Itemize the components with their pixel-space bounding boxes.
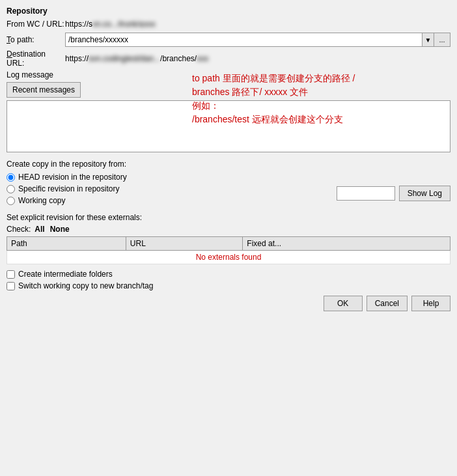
- switch-working-copy-label: Switch working copy to new branch/tag: [18, 281, 153, 290]
- create-intermediate-row: Create intermediate folders: [7, 270, 450, 279]
- revision-row: HEAD revision in the repository Specific…: [7, 173, 450, 208]
- log-message-section: Log message Recent messages: [7, 70, 450, 154]
- all-link[interactable]: All: [35, 225, 44, 234]
- externals-table: Path URL Fixed at... No externals found: [7, 236, 450, 264]
- externals-label: Set explicit revision for these external…: [7, 213, 450, 222]
- externals-section: Set explicit revision for these external…: [7, 213, 450, 264]
- repository-section-label: Repository: [7, 7, 450, 16]
- to-path-browse-button[interactable]: ...: [434, 33, 450, 47]
- check-label: Check:: [7, 225, 31, 234]
- check-row: Check: All None: [7, 225, 450, 234]
- head-revision-radio[interactable]: [7, 173, 15, 182]
- cancel-button[interactable]: Cancel: [367, 296, 408, 311]
- specific-revision-label: Specific revision in repository: [18, 184, 119, 193]
- url-header: URL: [126, 237, 243, 251]
- bottom-checkboxes: Create intermediate folders Switch worki…: [7, 270, 450, 290]
- switch-working-copy-row: Switch working copy to new branch/tag: [7, 281, 450, 290]
- to-path-label: To path:: [7, 35, 65, 44]
- to-path-input[interactable]: [65, 33, 422, 47]
- switch-working-copy-checkbox[interactable]: [7, 282, 15, 290]
- destination-url-row: Destination URL: https://svn.codingtest/…: [7, 49, 450, 68]
- to-path-combo: ▼ ...: [65, 33, 450, 47]
- branch-tag-dialog: Repository From WC / URL: https://svn.co…: [0, 0, 457, 476]
- fixed-at-header: Fixed at...: [243, 237, 450, 251]
- path-header: Path: [7, 237, 126, 251]
- ok-button[interactable]: OK: [324, 296, 363, 311]
- working-copy-radio[interactable]: [7, 197, 15, 205]
- create-copy-title: Create copy in the repository from:: [7, 160, 450, 169]
- log-message-label: Log message: [7, 70, 450, 79]
- no-externals-message: No externals found: [7, 251, 450, 264]
- radio-group: HEAD revision in the repository Specific…: [7, 173, 337, 208]
- externals-header-row: Path URL Fixed at...: [7, 237, 450, 251]
- revision-right-area: Show Log: [337, 186, 450, 201]
- to-path-row: To path: ▼ ...: [7, 33, 450, 47]
- from-wc-row: From WC / URL: https://svn.co.../trunk/a…: [7, 18, 450, 30]
- create-copy-section: Create copy in the repository from: HEAD…: [7, 160, 450, 208]
- none-link[interactable]: None: [50, 225, 70, 234]
- log-message-textarea[interactable]: [7, 100, 450, 152]
- head-revision-label: HEAD revision in the repository: [18, 173, 127, 182]
- no-externals-row: No externals found: [7, 251, 450, 264]
- head-revision-row: HEAD revision in the repository: [7, 173, 337, 182]
- create-intermediate-label: Create intermediate folders: [18, 270, 113, 279]
- help-button[interactable]: Help: [411, 296, 450, 311]
- from-wc-value: https://svn.co.../trunk/axxx: [65, 18, 450, 30]
- to-path-dropdown-arrow[interactable]: ▼: [422, 33, 434, 47]
- specific-revision-radio[interactable]: [7, 185, 15, 193]
- destination-url-label: Destination URL:: [7, 49, 65, 68]
- from-wc-label: From WC / URL:: [7, 20, 65, 29]
- specific-revision-row: Specific revision in repository: [7, 184, 337, 193]
- externals-table-head: Path URL Fixed at...: [7, 237, 450, 251]
- show-log-button[interactable]: Show Log: [399, 186, 450, 201]
- destination-url-value: https://svn.codingtest/dan.../branches/x…: [65, 53, 450, 64]
- recent-messages-button[interactable]: Recent messages: [7, 82, 81, 98]
- externals-table-body: No externals found: [7, 251, 450, 264]
- working-copy-label: Working copy: [18, 196, 65, 205]
- dialog-buttons: OK Cancel Help: [7, 296, 450, 311]
- create-intermediate-checkbox[interactable]: [7, 270, 15, 279]
- revision-number-input[interactable]: [337, 186, 395, 201]
- working-copy-row: Working copy: [7, 196, 337, 205]
